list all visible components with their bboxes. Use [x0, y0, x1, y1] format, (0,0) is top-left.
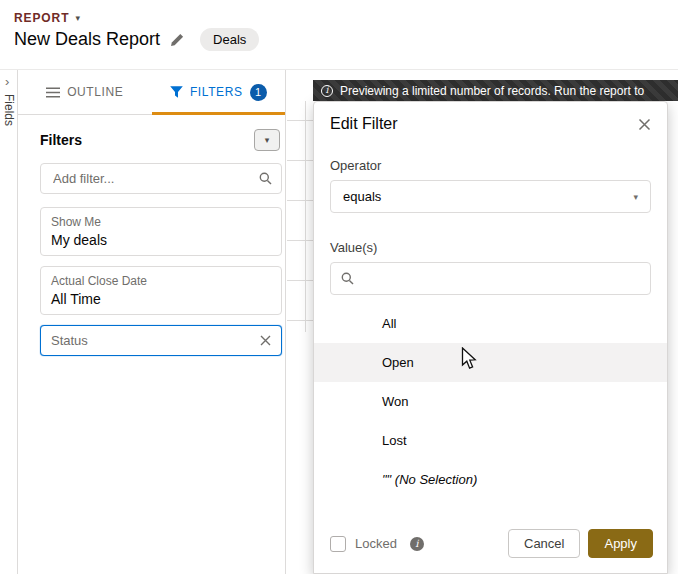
chevron-down-icon: ▾	[633, 192, 638, 202]
preview-banner-text: Previewing a limited number of records. …	[340, 84, 644, 98]
search-icon	[259, 172, 272, 185]
search-icon	[341, 272, 354, 285]
close-icon	[260, 335, 271, 346]
add-filter-searchbox	[40, 163, 282, 194]
info-icon: i	[321, 85, 333, 97]
tab-filters[interactable]: FILTERS 1	[152, 70, 286, 114]
cancel-button[interactable]: Cancel	[508, 529, 580, 558]
value-option-open[interactable]: Open	[314, 343, 667, 382]
filters-heading: Filters	[40, 132, 82, 148]
report-type-label: REPORT	[14, 11, 69, 25]
operator-label: Operator	[330, 158, 651, 173]
fields-rail-label: Fields	[2, 94, 16, 126]
filter-card-value: My deals	[51, 232, 271, 248]
apply-button[interactable]: Apply	[588, 529, 653, 558]
header: REPORT ▾ New Deals Report Deals	[0, 0, 678, 70]
filter-card-label: Status	[51, 333, 88, 348]
filters-menu-button[interactable]: ▾	[254, 129, 280, 151]
page-title: New Deals Report	[14, 29, 160, 50]
preview-banner: i Previewing a limited number of records…	[313, 80, 678, 101]
pencil-icon	[170, 33, 184, 47]
filter-card-show-me[interactable]: Show Me My deals	[40, 207, 282, 256]
close-icon	[638, 118, 651, 131]
value-option-lost[interactable]: Lost	[314, 421, 667, 460]
add-filter-input[interactable]	[40, 163, 282, 194]
operator-selected-value: equals	[343, 189, 381, 204]
outline-icon	[46, 87, 60, 98]
filter-card-label: Actual Close Date	[51, 274, 271, 288]
locked-label: Locked	[355, 536, 397, 551]
values-search-input[interactable]	[330, 262, 651, 295]
filter-card-status[interactable]: Status	[40, 325, 282, 356]
filters-panel-body: Filters ▾ Show Me My deals Actual Close …	[18, 115, 285, 356]
value-options-list: All Open Won Lost "" (No Selection)	[314, 304, 667, 499]
filter-funnel-icon	[170, 86, 183, 98]
panel-tabbar: OUTLINE FILTERS 1	[18, 70, 285, 115]
value-option-won[interactable]: Won	[314, 382, 667, 421]
locked-checkbox[interactable]	[330, 536, 346, 552]
values-searchbox	[330, 262, 651, 295]
filters-panel: OUTLINE FILTERS 1 Filters ▾	[18, 70, 286, 574]
filter-card-close-date[interactable]: Actual Close Date All Time	[40, 266, 282, 315]
preview-table-gridlines	[287, 81, 313, 327]
close-popover-button[interactable]	[638, 118, 651, 131]
report-type-menu[interactable]: REPORT ▾	[14, 11, 80, 25]
locked-info-icon[interactable]: i	[410, 537, 424, 551]
filter-card-value: All Time	[51, 291, 271, 307]
preview-table-column-border	[305, 101, 306, 332]
values-label: Value(s)	[330, 240, 651, 255]
chevron-down-icon: ▾	[265, 135, 270, 145]
tab-filters-label: FILTERS	[190, 85, 243, 99]
value-option-all[interactable]: All	[314, 304, 667, 343]
filter-card-label: Show Me	[51, 215, 271, 229]
value-option-no-selection[interactable]: "" (No Selection)	[314, 460, 667, 499]
fields-rail[interactable]: › Fields	[0, 70, 18, 574]
chevron-down-icon: ▾	[75, 13, 80, 23]
object-badge: Deals	[200, 28, 259, 51]
tab-outline[interactable]: OUTLINE	[18, 70, 152, 114]
popover-footer: Locked i Cancel Apply	[314, 529, 667, 558]
expand-fields-icon[interactable]: ›	[5, 74, 9, 89]
operator-select[interactable]: equals ▾	[330, 180, 651, 213]
tab-outline-label: OUTLINE	[67, 85, 123, 99]
edit-filter-popover: Edit Filter Operator equals ▾ Value(s) A…	[313, 101, 668, 574]
popover-title: Edit Filter	[330, 115, 398, 133]
filters-count-badge: 1	[250, 84, 267, 101]
edit-title-button[interactable]	[170, 33, 184, 47]
remove-filter-button[interactable]	[260, 335, 271, 346]
report-builder-screen: REPORT ▾ New Deals Report Deals › Fields…	[0, 0, 678, 574]
